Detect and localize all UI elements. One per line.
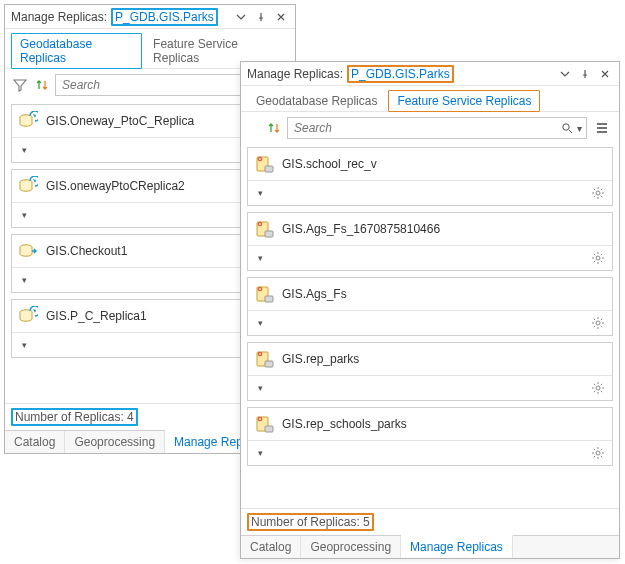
replica-row-expander: ▾	[248, 375, 612, 400]
chevron-down-icon[interactable]: ▾	[254, 447, 266, 459]
replica-name: GIS.school_rec_v	[282, 157, 377, 171]
tab-feature-service-replicas[interactable]: Feature Service Replicas	[388, 90, 540, 112]
replica-count: Number of Replicas: 5	[247, 513, 374, 531]
replica-row[interactable]: GIS.Ags_Fs	[248, 278, 612, 310]
list-item: GIS.school_rec_v ▾	[247, 147, 613, 206]
chevron-down-icon[interactable]: ▾	[577, 123, 582, 134]
replica-name: GIS.rep_parks	[282, 352, 359, 366]
search-icon[interactable]	[561, 122, 573, 134]
close-icon[interactable]	[273, 9, 289, 25]
chevron-down-icon[interactable]: ▾	[254, 187, 266, 199]
list-item: GIS.Ags_Fs_1670875810466 ▾	[247, 212, 613, 271]
replica-name: GIS.P_C_Replica1	[46, 309, 147, 323]
replica-name: GIS.Ags_Fs_1670875810466	[282, 222, 440, 236]
replica-name: GIS.Oneway_PtoC_Replica	[46, 114, 194, 128]
chevron-down-icon[interactable]: ▾	[18, 144, 30, 156]
replica-row-expander: ▾	[248, 245, 612, 270]
manage-replicas-pane-fs: Manage Replicas: P_GDB.GIS.Parks Geodata…	[240, 61, 620, 559]
database-replica-icon	[18, 176, 38, 196]
tab-geoprocessing[interactable]: Geoprocessing	[301, 536, 401, 558]
search-input[interactable]: ▾	[287, 117, 587, 139]
feature-service-replica-icon	[254, 219, 274, 239]
gear-icon[interactable]	[590, 445, 606, 461]
replica-row[interactable]: GIS.Ags_Fs_1670875810466	[248, 213, 612, 245]
bottom-tabs: Catalog Geoprocessing Manage Replicas	[241, 535, 619, 558]
tab-geoprocessing[interactable]: Geoprocessing	[65, 431, 165, 453]
replica-row[interactable]: GIS.rep_parks	[248, 343, 612, 375]
gear-icon[interactable]	[590, 315, 606, 331]
chevron-down-icon[interactable]: ▾	[18, 209, 30, 221]
gear-icon[interactable]	[590, 250, 606, 266]
replica-row[interactable]: GIS.rep_schools_parks	[248, 408, 612, 440]
tab-geodatabase-replicas[interactable]: Geodatabase Replicas	[11, 33, 142, 69]
svg-point-28	[596, 386, 600, 390]
replica-count: Number of Replicas: 4	[11, 408, 138, 426]
tab-catalog[interactable]: Catalog	[5, 431, 65, 453]
pin-icon[interactable]	[253, 9, 269, 25]
tab-catalog[interactable]: Catalog	[241, 536, 301, 558]
feature-service-replica-icon	[254, 349, 274, 369]
filter-icon[interactable]	[11, 76, 29, 94]
titlebar: Manage Replicas: P_GDB.GIS.Parks	[5, 5, 295, 29]
search-field[interactable]	[292, 120, 557, 136]
list-item: GIS.rep_schools_parks ▾	[247, 407, 613, 466]
gear-icon[interactable]	[590, 380, 606, 396]
chevron-down-icon[interactable]: ▾	[254, 252, 266, 264]
replica-row-expander: ▾	[248, 440, 612, 465]
tabs: Geodatabase Replicas Feature Service Rep…	[241, 86, 619, 112]
svg-point-21	[259, 288, 261, 290]
title-database: P_GDB.GIS.Parks	[111, 8, 218, 26]
title-database: P_GDB.GIS.Parks	[347, 65, 454, 83]
chevron-down-icon[interactable]	[557, 66, 573, 82]
database-replica-icon	[18, 306, 38, 326]
replica-row-expander: ▾	[248, 310, 612, 335]
list-item: GIS.Ags_Fs ▾	[247, 277, 613, 336]
replica-name: GIS.rep_schools_parks	[282, 417, 407, 431]
replica-name: GIS.Ags_Fs	[282, 287, 347, 301]
svg-point-13	[596, 191, 600, 195]
toolbar: ▾	[241, 112, 619, 144]
svg-point-8	[563, 124, 569, 130]
chevron-down-icon[interactable]: ▾	[18, 274, 30, 286]
title-lead: Manage Replicas:	[247, 67, 343, 81]
feature-service-replica-icon	[254, 154, 274, 174]
menu-icon[interactable]	[591, 117, 613, 139]
statusbar: Number of Replicas: 5	[241, 508, 619, 535]
svg-rect-32	[265, 426, 273, 432]
replica-name: GIS.Checkout1	[46, 244, 127, 258]
list-item: GIS.rep_parks ▾	[247, 342, 613, 401]
sort-icon[interactable]	[265, 119, 283, 137]
tab-geodatabase-replicas[interactable]: Geodatabase Replicas	[247, 90, 386, 111]
svg-rect-17	[265, 231, 273, 237]
database-checkout-icon	[18, 241, 38, 261]
sort-icon[interactable]	[33, 76, 51, 94]
chevron-down-icon[interactable]: ▾	[254, 317, 266, 329]
replica-row-expander: ▾	[248, 180, 612, 205]
close-icon[interactable]	[597, 66, 613, 82]
tab-manage-replicas[interactable]: Manage Replicas	[401, 535, 513, 558]
svg-point-11	[259, 158, 261, 160]
pin-icon[interactable]	[577, 66, 593, 82]
chevron-down-icon[interactable]: ▾	[254, 382, 266, 394]
replica-list: GIS.school_rec_v ▾ GIS.Ags_Fs_1670875810…	[241, 144, 619, 508]
svg-point-26	[259, 353, 261, 355]
svg-point-16	[259, 223, 261, 225]
svg-rect-12	[265, 166, 273, 172]
title-lead: Manage Replicas:	[11, 10, 107, 24]
svg-point-23	[596, 321, 600, 325]
gear-icon[interactable]	[590, 185, 606, 201]
feature-service-replica-icon	[254, 284, 274, 304]
svg-rect-22	[265, 296, 273, 302]
replica-name: GIS.onewayPtoCReplica2	[46, 179, 185, 193]
chevron-down-icon[interactable]: ▾	[18, 339, 30, 351]
database-replica-icon	[18, 111, 38, 131]
svg-rect-27	[265, 361, 273, 367]
feature-service-replica-icon	[254, 414, 274, 434]
replica-row[interactable]: GIS.school_rec_v	[248, 148, 612, 180]
chevron-down-icon[interactable]	[233, 9, 249, 25]
titlebar: Manage Replicas: P_GDB.GIS.Parks	[241, 62, 619, 86]
svg-point-31	[259, 418, 261, 420]
svg-point-33	[596, 451, 600, 455]
svg-point-18	[596, 256, 600, 260]
